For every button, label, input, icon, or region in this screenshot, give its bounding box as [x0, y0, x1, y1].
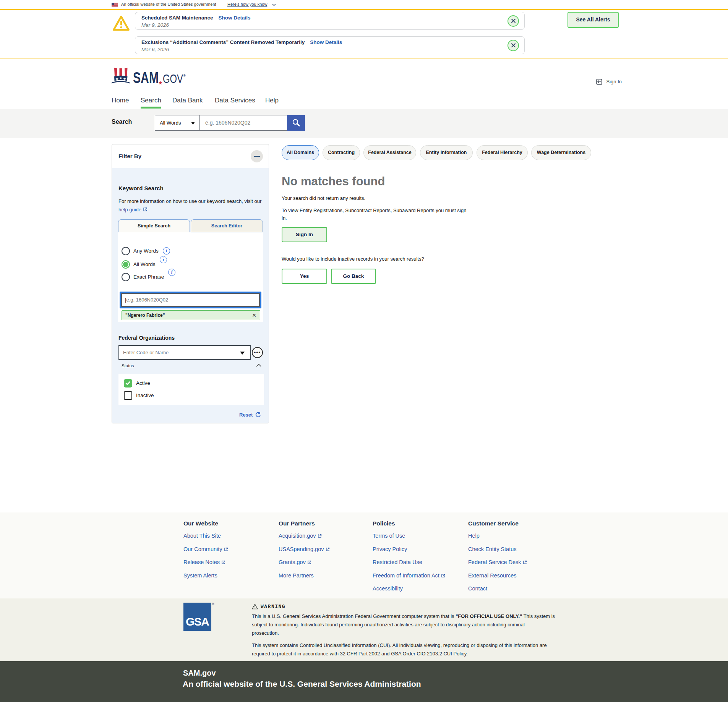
svg-text:SAM: SAM	[133, 69, 159, 85]
svg-text:★: ★	[123, 77, 126, 81]
svg-text:GSA: GSA	[186, 615, 209, 628]
svg-text:GOV: GOV	[163, 72, 183, 85]
svg-text:★: ★	[158, 80, 163, 85]
svg-text:®: ®	[183, 74, 186, 78]
svg-text:★: ★	[119, 76, 122, 80]
svg-text:★: ★	[115, 77, 118, 81]
